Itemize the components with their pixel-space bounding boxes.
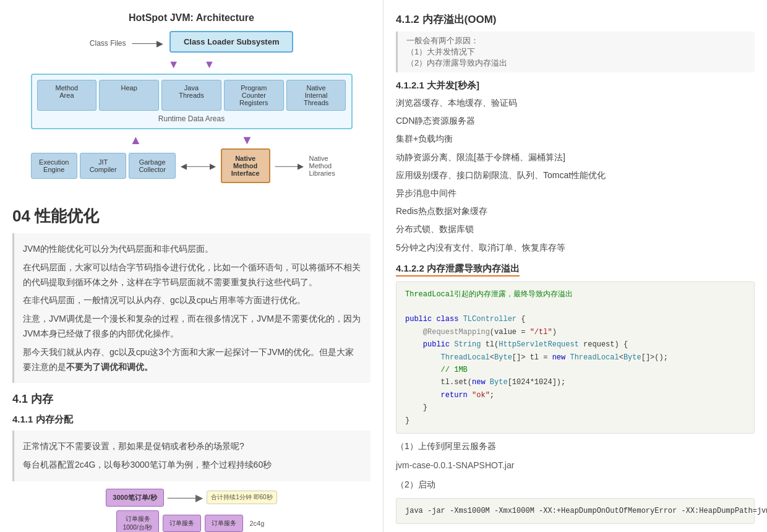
- keep-label-box: 合计持续1分钟 即60秒: [207, 491, 276, 504]
- reason2: （2）内存泄露导致内存溢出: [406, 58, 746, 69]
- up-arrow-icon: ▲: [130, 133, 142, 147]
- code-kw-public2: public: [423, 340, 450, 349]
- left-panel: HotSpot JVM: Architecture Class Files ──…: [0, 0, 384, 532]
- code-class-request: HttpServletRequest: [499, 340, 579, 349]
- flow-arrow-1: ────▶: [168, 492, 203, 504]
- section-4121-heading: 4.1.2.1 大并发[秒杀]: [396, 80, 755, 92]
- item-8: 分布式锁、数据库锁: [396, 221, 755, 237]
- section-412-heading: 4.1.2 内存溢出(OOM): [396, 12, 755, 27]
- section-41-heading: 4.1 内存: [12, 392, 371, 406]
- mem-flow-services: 订单服务1000/台/秒 订单服务 订单服务 2c4g: [12, 510, 371, 532]
- native-method-interface-box: NativeMethodInterface: [221, 148, 270, 183]
- code-class-tl: ThreadLocal: [441, 353, 490, 362]
- native-libraries-label: NativeMethodLibraries: [309, 155, 353, 177]
- right-panel: 4.1.2 内存溢出(OOM) 一般会有两个原因： （1）大并发情况下 （2）内…: [384, 0, 767, 532]
- quote-intro: 一般会有两个原因：: [406, 35, 746, 46]
- runtime-data-areas: MethodArea Heap JavaThreads ProgramCount…: [31, 74, 353, 129]
- step2-command-block: java -jar -Xms1000M -Xmx1000M -XX:+HeapD…: [396, 498, 755, 524]
- order-service-1: 订单服务1000/台/秒: [116, 510, 160, 532]
- code-annotation: @RequestMapping: [423, 328, 490, 337]
- step2-label: （2）启动: [396, 477, 755, 492]
- arrow-down-icon-2: ▼: [204, 59, 215, 70]
- heap-cell: Heap: [99, 80, 159, 111]
- execution-row: ExecutionEngine JITCompiler GarbageColle…: [31, 148, 353, 183]
- step2-command: java -jar -Xms1000M -Xmx1000M -XX:+HeapD…: [405, 507, 767, 515]
- section-04-content: JVM的性能优化可以分为代码层面和非代码层面。 在代码层面，大家可以结合字节码指…: [12, 233, 371, 383]
- para-2: 在代码层面，大家可以结合字节码指令进行优化，比如一个循环语句，可以将循环不相关的…: [23, 260, 362, 290]
- steps-section: （1）上传到阿里云服务器 jvm-case-0.0.1-SNAPSHOT.jar…: [396, 439, 755, 532]
- code-class-tl2: ThreadLocal: [570, 353, 619, 362]
- item-9: 5分钟之内没有支付、取消订单、恢复库存等: [396, 240, 755, 255]
- jvm-title: HotSpot JVM: Architecture: [12, 12, 371, 24]
- section-4122-heading: 4.1.2.2 内存泄露导致内存溢出: [396, 263, 755, 277]
- item-3: 集群+负载均衡: [396, 131, 755, 147]
- code-class-byte3: Byte: [490, 378, 508, 387]
- reason1: （1）大并发情况下: [406, 46, 746, 58]
- section-04-heading: 04 性能优化: [12, 205, 371, 227]
- garbage-collector-cell: GarbageCollector: [129, 153, 175, 179]
- memory-diagram: 3000笔订单/秒 ────▶ 合计持续1分钟 即60秒 订单服务1000/台/…: [12, 489, 371, 532]
- mem-flow-top: 3000笔订单/秒 ────▶ 合计持续1分钟 即60秒: [12, 489, 371, 507]
- native-arrow-icon: ────▶: [275, 161, 304, 171]
- section-04: 04 性能优化 JVM的性能优化可以分为代码层面和非代码层面。 在代码层面，大家…: [12, 205, 371, 383]
- para-5: 那今天我们就从内存、gc以及cpu这3个方面和大家一起探讨一下JVM的优化。但是…: [23, 345, 362, 375]
- native-threads-cell: NativeInternalThreads: [286, 80, 346, 111]
- method-area-cell: MethodArea: [37, 80, 97, 111]
- code-kw-public1: public: [405, 315, 432, 324]
- code-kw-new1: new: [552, 353, 566, 362]
- java-threads-cell: JavaThreads: [161, 80, 221, 111]
- section-4122: 4.1.2.2 内存泄露导致内存溢出 ThreadLocal引起的内存泄露，最终…: [396, 263, 755, 434]
- top-row: Class Files ────▶ Class Loader Subsystem: [19, 31, 365, 55]
- section-41: 4.1 内存 4.1.1 内存分配 正常情况下不需要设置，那如果是促销或者秒杀的…: [12, 392, 371, 481]
- section-4121-list: 浏览器缓存、本地缓存、验证码 CDN静态资源服务器 集群+负载均衡 动静资源分离…: [396, 95, 755, 255]
- jvm-diagram: HotSpot JVM: Architecture Class Files ──…: [12, 6, 371, 195]
- code-string-ok: "ok": [472, 391, 490, 400]
- code-class-string: String: [454, 340, 481, 349]
- arrow-down-icon-1: ▼: [168, 59, 179, 70]
- code-kw-class1: class: [436, 315, 458, 324]
- item-4: 动静资源分离、限流[基于令牌桶、漏桶算法]: [396, 150, 755, 165]
- item-6: 异步消息中间件: [396, 186, 755, 201]
- step1-file: jvm-case-0.0.1-SNAPSHOT.jar: [396, 458, 755, 473]
- exec-arrow-icon: ◀────▶: [181, 161, 216, 171]
- execution-engine-cell: ExecutionEngine: [31, 153, 77, 179]
- code-class-name: TLController: [463, 315, 516, 324]
- code-block: ThreadLocal引起的内存泄露，最终导致内存溢出 public class…: [396, 281, 755, 434]
- section-4121: 4.1.2.1 大并发[秒杀] 浏览器缓存、本地缓存、验证码 CDN静态资源服务…: [396, 80, 755, 255]
- section-411-content: 正常情况下不需要设置，那如果是促销或者秒杀的场景呢? 每台机器配置2c4G，以每…: [12, 431, 371, 481]
- runtime-inner: MethodArea Heap JavaThreads ProgramCount…: [37, 80, 346, 111]
- code-string-1: "/tl": [530, 328, 552, 337]
- section-411-line1: 正常情况下不需要设置，那如果是促销或者秒杀的场景呢?: [23, 439, 362, 454]
- program-counter-cell: ProgramCounterRegisters: [224, 80, 284, 111]
- code-comment: ThreadLocal引起的内存泄露，最终导致内存溢出: [405, 290, 573, 299]
- class-files-label: Class Files: [90, 39, 126, 48]
- down-arrow-icon: ▼: [241, 133, 254, 147]
- runtime-title: Runtime Data Areas: [37, 114, 346, 123]
- jit-compiler-cell: JITCompiler: [80, 153, 126, 179]
- item-7: Redis热点数据对象缓存: [396, 204, 755, 219]
- code-kw-return: return: [441, 391, 468, 400]
- code-comment-1mb: // 1MB: [441, 366, 468, 374]
- code-kw-new2: new: [472, 378, 486, 387]
- arrows-between-row: ▲ ▼: [31, 133, 353, 147]
- item-5: 应用级别缓存、接口防刷限流、队列、Tomcat性能优化: [396, 168, 755, 183]
- exec-cells-group: ExecutionEngine JITCompiler GarbageColle…: [31, 153, 176, 179]
- orders-per-sec-box: 3000笔订单/秒: [106, 489, 164, 507]
- code-class-byte2: Byte: [623, 353, 641, 362]
- section-412-quote: 一般会有两个原因： （1）大并发情况下 （2）内存泄露导致内存溢出: [396, 32, 755, 72]
- section-411-heading: 4.1.1 内存分配: [12, 414, 371, 426]
- step1-label: （1）上传到阿里云服务器: [396, 439, 755, 454]
- para-4: 注意，JVM调优是一个漫长和复杂的过程，而在很多情况下，JVM是不需要优化的，因…: [23, 312, 362, 341]
- arrow-right-icon: ────▶: [132, 38, 164, 48]
- section-412: 4.1.2 内存溢出(OOM) 一般会有两个原因： （1）大并发情况下 （2）内…: [396, 12, 755, 72]
- item-1: 浏览器缓存、本地缓存、验证码: [396, 95, 755, 111]
- para-1: JVM的性能优化可以分为代码层面和非代码层面。: [23, 242, 362, 257]
- jvm-container: Class Files ────▶ Class Loader Subsystem…: [19, 31, 365, 183]
- code-class-byte: Byte: [494, 353, 512, 362]
- down-arrows: ▼ ▼: [19, 59, 365, 70]
- order-service-3: 订单服务: [205, 515, 243, 532]
- para-3: 在非代码层面，一般情况可以从内存、gc以及cpu占用率等方面进行优化。: [23, 293, 362, 308]
- order-service-2: 订单服务: [163, 515, 201, 532]
- class-loader-box: Class Loader Subsystem: [169, 31, 293, 53]
- item-2: CDN静态资源服务器: [396, 113, 755, 129]
